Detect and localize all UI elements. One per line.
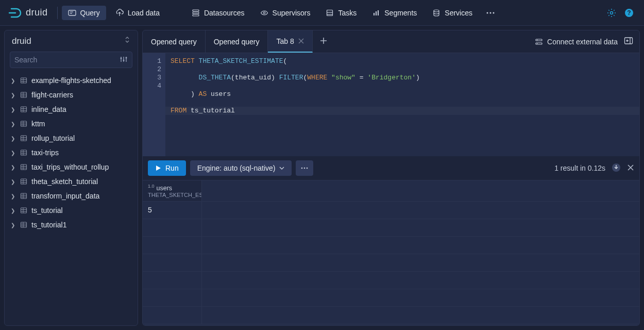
nav-tasks[interactable]: Tasks: [319, 6, 363, 20]
datasource-item[interactable]: ❯ flight-carriers: [5, 88, 138, 102]
table-icon: [20, 77, 27, 84]
table-icon: [20, 192, 27, 200]
gear-icon: [607, 8, 616, 18]
datasource-label: transform_input_data: [31, 192, 99, 200]
datasource-item[interactable]: ❯ ts_tutorial1: [5, 218, 138, 232]
panel-toggle-button[interactable]: [624, 37, 633, 46]
chevron-right-icon: ❯: [11, 136, 16, 141]
chevron-down-icon: [279, 166, 284, 171]
results-panel: 1.0users THETA_SKETCH_ES… 5: [143, 180, 639, 325]
result-cell[interactable]: 5: [143, 202, 202, 219]
nav-datasources[interactable]: Datasources: [185, 6, 251, 20]
svg-point-74: [537, 43, 538, 44]
run-label: Run: [165, 164, 179, 172]
sidebar: druid ❯ example-flights-sketched ❯ fligh…: [4, 30, 138, 326]
column-header[interactable]: 1.0users THETA_SKETCH_ES…: [143, 180, 202, 201]
svg-rect-51: [21, 164, 27, 170]
svg-point-73: [537, 39, 538, 40]
svg-point-18: [611, 11, 613, 14]
code-area[interactable]: SELECT THETA_SKETCH_ESTIMATE( DS_THETA(t…: [165, 53, 639, 156]
run-button[interactable]: Run: [148, 160, 186, 176]
col-name: users: [157, 185, 173, 192]
datasource-item[interactable]: ❯ rollup_tutorial: [5, 131, 138, 145]
line-gutter: 1234: [143, 53, 165, 156]
segments-icon: [372, 9, 380, 17]
chevron-right-icon: ❯: [11, 222, 16, 228]
svg-rect-67: [21, 222, 27, 227]
expand-icon: [124, 36, 130, 46]
nav-services[interactable]: Services: [426, 6, 479, 20]
datasource-label: kttm: [31, 120, 45, 128]
datasource-item[interactable]: ❯ inline_data: [5, 102, 138, 117]
sidebar-header[interactable]: druid: [5, 30, 138, 50]
download-button[interactable]: [612, 163, 621, 174]
nav-segments[interactable]: Segments: [366, 6, 423, 20]
datasource-item[interactable]: ❯ ts_tutorial: [5, 203, 138, 218]
query-tab[interactable]: Tab 8: [268, 30, 312, 53]
svg-rect-31: [21, 92, 27, 97]
close-icon: [298, 38, 304, 44]
result-row-empty: [143, 307, 639, 324]
datasource-label: ts_tutorial1: [31, 221, 66, 229]
datasource-item[interactable]: ❯ transform_input_data: [5, 189, 138, 203]
query-options-button[interactable]: [296, 160, 313, 176]
nav-load-data[interactable]: Load data: [109, 6, 166, 20]
chevron-right-icon: ❯: [11, 78, 16, 84]
search-input[interactable]: [14, 56, 120, 64]
table-icon: [20, 91, 27, 98]
table-icon: [20, 178, 27, 185]
table-icon: [20, 207, 27, 214]
svg-point-24: [121, 57, 122, 59]
connect-external-label: Connect external data: [547, 38, 618, 46]
more-icon: [486, 9, 495, 17]
result-row: 5: [143, 202, 639, 219]
logo[interactable]: druid: [8, 7, 48, 19]
tab-label: Opened query: [151, 38, 197, 46]
nav-more[interactable]: [482, 6, 499, 20]
svg-rect-72: [536, 43, 542, 44]
nav-tasks-label: Tasks: [338, 9, 357, 17]
chevron-right-icon: ❯: [11, 208, 16, 213]
settings-button[interactable]: [605, 6, 618, 20]
svg-rect-1: [69, 10, 76, 15]
result-row-empty: [143, 289, 639, 307]
results-header: 1.0users THETA_SKETCH_ES…: [143, 180, 639, 202]
datasource-item[interactable]: ❯ kttm: [5, 117, 138, 131]
svg-rect-63: [21, 208, 27, 213]
query-tab[interactable]: Opened query: [206, 30, 268, 53]
svg-rect-27: [21, 78, 27, 83]
svg-point-79: [307, 168, 308, 169]
close-results-button[interactable]: [627, 164, 634, 173]
svg-rect-6: [193, 14, 199, 16]
datasource-item[interactable]: ❯ taxi-trips: [5, 145, 138, 160]
close-icon: [627, 164, 634, 171]
result-row-empty: [143, 219, 639, 237]
chevron-right-icon: ❯: [11, 107, 16, 112]
sliders-icon[interactable]: [120, 55, 128, 65]
plus-icon: [320, 37, 327, 44]
nav-query[interactable]: Query: [62, 6, 106, 20]
datasource-item[interactable]: ❯ theta_sketch_tutorial: [5, 174, 138, 189]
sql-editor[interactable]: 1234 SELECT THETA_SKETCH_ESTIMATE( DS_TH…: [143, 53, 639, 156]
connect-external-data[interactable]: Connect external data: [535, 38, 618, 46]
table-icon: [20, 149, 27, 156]
tabs: Opened queryOpened queryTab 8 Connect ex…: [143, 30, 639, 53]
nav-supervisors[interactable]: Supervisors: [254, 6, 317, 20]
new-tab-button[interactable]: [313, 37, 334, 46]
engine-select[interactable]: Engine: auto (sql-native): [190, 160, 292, 176]
datasource-label: inline_data: [31, 105, 66, 113]
datasource-label: theta_sketch_tutorial: [31, 177, 98, 186]
svg-rect-4: [193, 10, 199, 11]
svg-rect-35: [21, 107, 27, 112]
sidebar-search[interactable]: [10, 52, 132, 68]
datasource-label: flight-carriers: [31, 91, 73, 99]
help-button[interactable]: ?: [622, 6, 636, 20]
brand-text: druid: [26, 7, 48, 18]
datasource-item[interactable]: ❯ example-flights-sketched: [5, 73, 138, 88]
query-tab[interactable]: Opened query: [143, 30, 206, 53]
chevron-right-icon: ❯: [11, 121, 16, 127]
tab-close-button[interactable]: [298, 37, 304, 45]
datasource-item[interactable]: ❯ taxi_trips_without_rollup: [5, 160, 138, 174]
svg-rect-8: [327, 10, 333, 15]
datasource-list: ❯ example-flights-sketched ❯ flight-carr…: [5, 71, 138, 234]
